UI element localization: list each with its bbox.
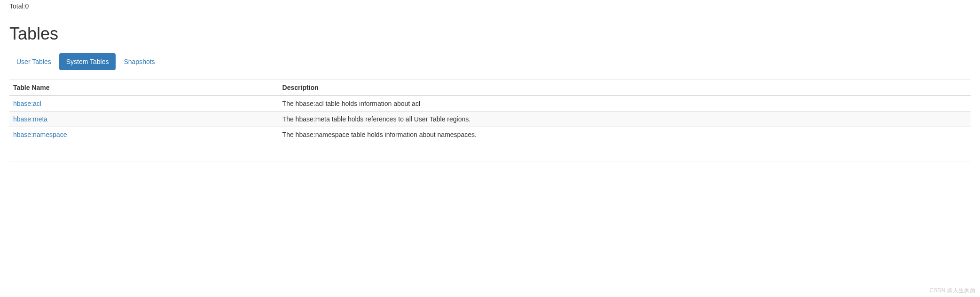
total-count: Total:0 xyxy=(9,2,971,10)
tables-heading: Tables xyxy=(9,24,971,44)
table-link-hbase-namespace[interactable]: hbase:namespace xyxy=(13,131,67,138)
tab-system-tables[interactable]: System Tables xyxy=(59,53,116,70)
table-description: The hbase:acl table holds information ab… xyxy=(279,96,971,112)
table-row: hbase:namespace The hbase:namespace tabl… xyxy=(9,127,971,143)
table-link-hbase-acl[interactable]: hbase:acl xyxy=(13,100,41,107)
table-row: hbase:meta The hbase:meta table holds re… xyxy=(9,112,971,127)
table-row: hbase:acl The hbase:acl table holds info… xyxy=(9,96,971,112)
table-link-hbase-meta[interactable]: hbase:meta xyxy=(13,115,47,123)
table-description: The hbase:namespace table holds informat… xyxy=(279,127,971,143)
system-tables-table: Table Name Description hbase:acl The hba… xyxy=(9,80,971,142)
table-description: The hbase:meta table holds references to… xyxy=(279,112,971,127)
tab-user-tables[interactable]: User Tables xyxy=(9,53,58,70)
tab-snapshots[interactable]: Snapshots xyxy=(117,53,162,70)
header-table-name: Table Name xyxy=(9,80,279,96)
divider xyxy=(9,161,971,161)
tables-tabs: User Tables System Tables Snapshots xyxy=(9,53,971,70)
header-description: Description xyxy=(279,80,971,96)
